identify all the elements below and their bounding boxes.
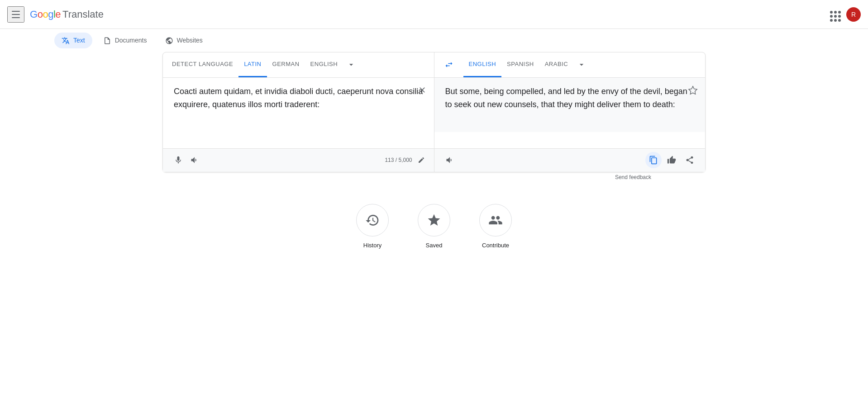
edit-button[interactable] <box>416 155 427 165</box>
translate-icon <box>62 36 70 45</box>
bottom-section: History Saved Contribute <box>162 204 706 267</box>
source-text-area <box>163 78 434 148</box>
hamburger-menu[interactable] <box>7 6 24 23</box>
main-container: DETECT LANGUAGE LATIN GERMAN ENGLISH <box>108 52 760 267</box>
translated-text-container: But some, being compelled, and led by th… <box>434 78 706 148</box>
lang-detect[interactable]: DETECT LANGUAGE <box>167 52 238 77</box>
sub-header: Text Documents Websites <box>0 29 868 52</box>
translated-text: But some, being compelled, and led by th… <box>434 78 706 132</box>
app-logo: Google Translate <box>30 9 104 20</box>
target-lang-bar: ENGLISH SPANISH ARABIC <box>434 52 706 78</box>
saved-item[interactable]: Saved <box>418 204 450 249</box>
lang-latin[interactable]: LATIN <box>238 52 267 77</box>
lang-english-tgt[interactable]: ENGLISH <box>463 52 502 77</box>
target-lang-more[interactable] <box>573 52 590 77</box>
apps-icon[interactable] <box>828 9 839 20</box>
source-lang-bar: DETECT LANGUAGE LATIN GERMAN ENGLISH <box>163 52 434 78</box>
clear-button[interactable] <box>416 83 429 96</box>
translator-panel: DETECT LANGUAGE LATIN GERMAN ENGLISH <box>162 52 706 172</box>
target-bottom-bar <box>434 148 706 172</box>
target-action-buttons <box>645 152 698 168</box>
source-panel: DETECT LANGUAGE LATIN GERMAN ENGLISH <box>163 52 434 172</box>
lang-english-src[interactable]: ENGLISH <box>305 52 343 77</box>
source-bottom-bar: 113 / 5,000 <box>163 148 434 172</box>
feedback-link[interactable]: Send feedback <box>162 172 706 182</box>
app-header: Google Translate R <box>0 0 868 29</box>
rate-translation-button[interactable] <box>663 152 680 168</box>
tab-websites-label: Websites <box>177 37 203 44</box>
save-translation-button[interactable] <box>686 83 700 98</box>
history-item[interactable]: History <box>356 204 389 249</box>
lang-german[interactable]: GERMAN <box>267 52 305 77</box>
source-lang-more[interactable] <box>343 52 359 77</box>
tab-text-label: Text <box>73 37 85 44</box>
tab-documents[interactable]: Documents <box>96 33 154 48</box>
contribute-label: Contribute <box>482 242 509 249</box>
listen-translation-button[interactable] <box>442 152 458 168</box>
saved-label: Saved <box>426 242 443 249</box>
volume-button[interactable] <box>186 152 203 168</box>
header-left: Google Translate <box>7 6 104 23</box>
tab-text[interactable]: Text <box>54 33 92 48</box>
target-panel: ENGLISH SPANISH ARABIC But some, being c… <box>434 52 706 172</box>
document-icon <box>103 36 111 45</box>
avatar[interactable]: R <box>846 7 861 22</box>
share-button[interactable] <box>682 152 698 168</box>
history-circle <box>356 204 389 236</box>
contribute-circle <box>479 204 512 236</box>
source-input[interactable] <box>174 85 423 137</box>
tab-websites[interactable]: Websites <box>158 33 210 48</box>
mic-button[interactable] <box>170 152 186 168</box>
saved-circle <box>418 204 450 236</box>
globe-icon <box>165 36 173 45</box>
translate-wordmark: Translate <box>62 9 104 20</box>
header-right: R <box>828 7 861 22</box>
contribute-item[interactable]: Contribute <box>479 204 512 249</box>
google-wordmark: Google <box>30 9 61 20</box>
lang-spanish[interactable]: SPANISH <box>501 52 539 77</box>
char-count: 113 / 5,000 <box>385 157 412 163</box>
tab-documents-label: Documents <box>115 37 147 44</box>
swap-languages-button[interactable] <box>438 60 460 69</box>
lang-arabic[interactable]: ARABIC <box>539 52 573 77</box>
history-label: History <box>363 242 382 249</box>
copy-button[interactable] <box>645 152 662 168</box>
